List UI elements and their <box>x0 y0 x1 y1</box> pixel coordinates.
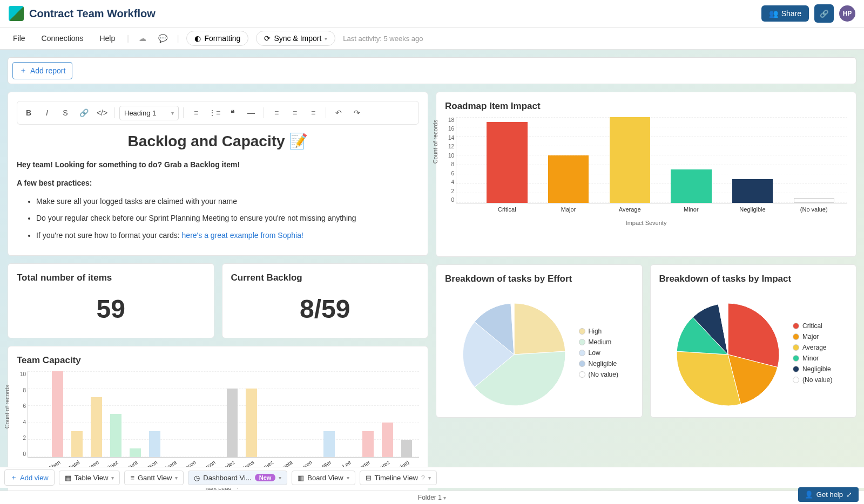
legend-item: High <box>579 328 618 335</box>
code-button[interactable]: </> <box>94 105 110 121</box>
chevron-down-icon: ▾ <box>443 495 446 501</box>
view-tab-board[interactable]: ▥Board View▾ <box>292 471 355 485</box>
doc-bullet: Make sure all your logged tasks are clai… <box>36 195 419 208</box>
copy-link-button[interactable]: 🔗 <box>814 4 834 23</box>
legend-item: Negligible <box>579 360 618 367</box>
share-button[interactable]: 👥 Share <box>761 5 809 22</box>
plus-icon: ＋ <box>19 66 27 76</box>
quote-button[interactable]: ❝ <box>225 105 241 121</box>
bar: Average <box>600 117 659 203</box>
comment-icon[interactable]: 💬 <box>156 32 170 45</box>
total-items-value: 59 <box>17 289 205 329</box>
help-avatar-icon: 👤 <box>805 491 813 499</box>
add-report-button[interactable]: ＋ Add report <box>12 62 72 79</box>
user-avatar[interactable]: HP <box>839 5 855 22</box>
doc-bullet: Do your regular check before our Sprint … <box>36 212 419 225</box>
impact-pie-card: Breakdown of tasks by Impact CriticalMaj… <box>650 264 857 418</box>
strike-button[interactable]: S <box>57 105 73 121</box>
bar: Nina Hernandez <box>224 371 240 457</box>
bar: Luis Martinez <box>108 371 124 457</box>
app-title: Contract Team Workflow <box>29 8 156 20</box>
dashboard-area: ＋ Add report B I S 🔗 </> Heading 1 ▾ <box>0 50 864 504</box>
legend-item: Medium <box>579 338 618 346</box>
impact-legend: CriticalMajorAverageMinorNegligible(No v… <box>793 322 832 387</box>
bar: Rahul Gupta <box>282 371 299 457</box>
bar: Emily Nakamura <box>127 371 144 457</box>
bar: Lena Perez <box>379 371 395 457</box>
undo-button[interactable]: ↶ <box>330 105 347 121</box>
bar: Minor <box>662 117 720 203</box>
menu-help[interactable]: Help <box>95 32 119 45</box>
roadmap-bar-chart: 181614121086420 CriticalMajorAverageMino… <box>456 117 847 203</box>
align-left-button[interactable]: ≡ <box>268 105 285 121</box>
chevron-down-icon: ▾ <box>279 475 281 481</box>
view-tab-table[interactable]: ▦Table View▾ <box>59 471 120 485</box>
legend-item: Critical <box>793 322 832 330</box>
backlog-value: 8/59 <box>231 289 420 329</box>
chevron-down-icon: ▾ <box>175 475 178 481</box>
unordered-list-button[interactable]: ⋮≡ <box>206 105 222 121</box>
editor-card: B I S 🔗 </> Heading 1 ▾ ≡ ⋮≡ ❝ — <box>8 92 428 256</box>
redo-button[interactable]: ↷ <box>349 105 365 121</box>
link-button[interactable]: 🔗 <box>76 105 92 121</box>
bold-button[interactable]: B <box>21 105 37 121</box>
formatting-button[interactable]: ◐ Formatting <box>186 31 248 46</box>
legend-item: Low <box>579 349 618 357</box>
chevron-down-icon: ▾ <box>111 475 114 481</box>
menu-connections[interactable]: Connections <box>37 32 88 45</box>
menu-bar: File Connections Help | ☁ 💬 | ◐ Formatti… <box>0 28 864 50</box>
dashboard-icon: ◷ <box>194 474 200 482</box>
hr-button[interactable]: — <box>243 105 259 121</box>
menu-file[interactable]: File <box>9 32 30 45</box>
cloud-icon[interactable]: ☁ <box>137 32 148 45</box>
chevron-down-icon: ▾ <box>347 475 349 481</box>
doc-body[interactable]: Hey team! Looking for something to do? G… <box>17 159 419 242</box>
table-icon: ▦ <box>65 474 71 482</box>
view-tab-gantt[interactable]: ≡Gantt View▾ <box>124 471 184 485</box>
folder-bar[interactable]: Folder 1 ▾ <box>0 491 864 504</box>
expand-icon: ⤢ <box>846 491 852 499</box>
bar: Major <box>539 117 598 203</box>
last-activity: Last activity: 5 weeks ago <box>343 35 423 43</box>
bar: Aiden Miller <box>321 371 337 457</box>
chevron-down-icon: ▾ <box>171 110 174 116</box>
view-tab-timeline[interactable]: ⊟Timeline View?▾ <box>360 471 437 485</box>
heading-select[interactable]: Heading 1 ▾ <box>119 106 179 120</box>
bar: (No value) <box>785 117 843 203</box>
align-center-button[interactable]: ≡ <box>287 105 303 121</box>
bar: Dylan Carter <box>360 371 376 457</box>
bar: Sophia Nguyen <box>302 371 318 457</box>
italic-button[interactable]: I <box>39 105 55 121</box>
people-icon: 👥 <box>769 9 778 18</box>
bar: Negligible <box>724 117 782 203</box>
view-tab-dashboard[interactable]: ◷Dashboard Vi...New▾ <box>188 471 287 485</box>
chevron-down-icon: ▾ <box>325 36 327 42</box>
ordered-list-button[interactable]: ≡ <box>188 105 204 121</box>
total-items-card: Total number of items 59 <box>8 263 214 338</box>
refresh-icon: ⟳ <box>264 34 271 43</box>
bar: Grace Johnson <box>146 371 163 457</box>
legend-item: Major <box>793 333 832 340</box>
app-header: Contract Team Workflow 👥 Share 🔗 HP <box>0 0 864 28</box>
capacity-bar-chart: 1086420 Samantha ChenJordan PatelAisha G… <box>28 371 419 458</box>
bar: Carlos Rivera <box>166 371 182 457</box>
bar: Samantha Chen <box>50 371 66 457</box>
impact-pie-chart <box>674 301 782 408</box>
plus-icon: ＋ <box>10 473 17 482</box>
bar: Ethan Williams <box>244 371 260 457</box>
doc-title[interactable]: Backlog and Capacity 📝 <box>17 132 419 150</box>
align-right-button[interactable]: ≡ <box>305 105 321 121</box>
link-icon: 🔗 <box>820 10 829 18</box>
timeline-icon: ⊟ <box>366 474 372 482</box>
bar: Jasmine Lee <box>340 371 356 457</box>
doc-link[interactable]: here's a great example from Sophia! <box>182 231 303 240</box>
doc-bullet: If you're not sure how to format your ca… <box>36 229 419 242</box>
get-help-button[interactable]: 👤 Get help ⤢ <box>798 487 859 502</box>
add-view-button[interactable]: ＋ Add view <box>4 469 55 486</box>
chevron-down-icon: ▾ <box>428 475 431 481</box>
bar: Aisha Green <box>89 371 105 457</box>
legend-item: Average <box>793 344 832 351</box>
sync-import-button[interactable]: ⟳ Sync & Import ▾ <box>256 31 335 46</box>
editor-toolbar: B I S 🔗 </> Heading 1 ▾ ≡ ⋮≡ ❝ — <box>17 101 419 125</box>
roadmap-impact-card: Roadmap Item Impact Count of records 181… <box>436 92 856 257</box>
